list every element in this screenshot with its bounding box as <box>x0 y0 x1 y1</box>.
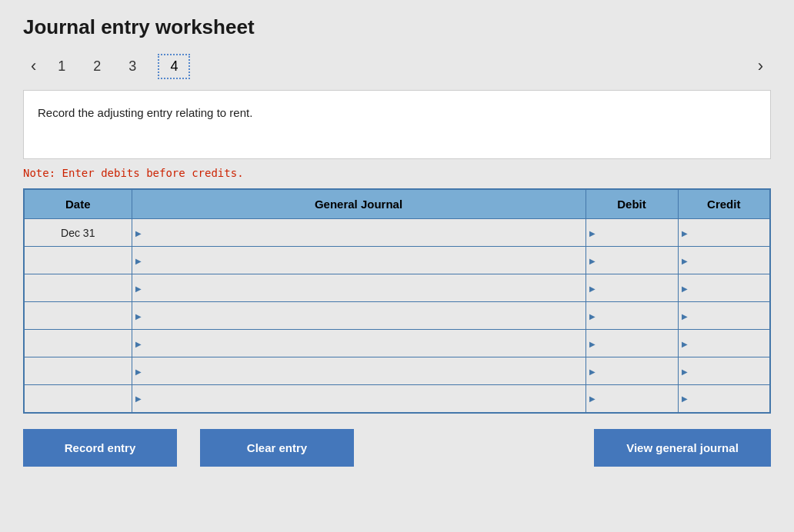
table-row <box>24 247 770 274</box>
tab-numbers: 1 2 3 4 <box>52 54 190 79</box>
tab-3[interactable]: 3 <box>122 55 142 78</box>
header-credit: Credit <box>678 189 770 219</box>
navigation-bar: ‹ 1 2 3 4 › <box>23 53 771 79</box>
clear-entry-button[interactable]: Clear entry <box>200 429 354 467</box>
journal-table: Date General Journal Debit Credit Dec 31 <box>23 188 771 414</box>
gj-cell-7[interactable] <box>132 385 585 413</box>
debit-cell-6[interactable] <box>585 357 678 385</box>
gj-cell-3[interactable] <box>132 274 585 302</box>
debit-cell-2[interactable] <box>585 247 678 274</box>
tab-4[interactable]: 4 <box>158 54 190 79</box>
date-cell-3 <box>24 274 132 302</box>
date-cell-5 <box>24 330 132 357</box>
credit-cell-1[interactable] <box>678 219 770 247</box>
page-title: Journal entry worksheet <box>23 15 771 39</box>
prev-arrow[interactable]: ‹ <box>23 53 44 79</box>
debit-cell-1[interactable] <box>585 219 678 247</box>
gj-cell-4[interactable] <box>132 302 585 330</box>
header-date: Date <box>24 189 132 219</box>
table-row: Dec 31 <box>24 219 770 247</box>
table-header-row: Date General Journal Debit Credit <box>24 189 770 219</box>
table-row <box>24 385 770 413</box>
debit-cell-7[interactable] <box>585 385 678 413</box>
gj-cell-6[interactable] <box>132 357 585 385</box>
instruction-box: Record the adjusting entry relating to r… <box>23 90 771 159</box>
note-text: Note: Enter debits before credits. <box>23 167 771 179</box>
view-general-journal-button[interactable]: View general journal <box>594 429 771 467</box>
table-row <box>24 330 770 357</box>
tab-1[interactable]: 1 <box>52 55 72 78</box>
date-cell-7 <box>24 385 132 413</box>
header-general-journal: General Journal <box>132 189 585 219</box>
table-row <box>24 302 770 330</box>
date-cell-2 <box>24 247 132 274</box>
debit-cell-3[interactable] <box>585 274 678 302</box>
gj-cell-1[interactable] <box>132 219 585 247</box>
debit-cell-5[interactable] <box>585 330 678 357</box>
table-row <box>24 357 770 385</box>
table-row <box>24 274 770 302</box>
instruction-text: Record the adjusting entry relating to r… <box>38 106 252 119</box>
button-row: Record entry Clear entry View general jo… <box>23 429 771 467</box>
debit-cell-4[interactable] <box>585 302 678 330</box>
credit-cell-7[interactable] <box>678 385 770 413</box>
date-cell-6 <box>24 357 132 385</box>
gj-cell-2[interactable] <box>132 247 585 274</box>
date-cell-4 <box>24 302 132 330</box>
header-debit: Debit <box>585 189 678 219</box>
record-entry-button[interactable]: Record entry <box>23 429 177 467</box>
credit-cell-2[interactable] <box>678 247 770 274</box>
gj-cell-5[interactable] <box>132 330 585 357</box>
credit-cell-6[interactable] <box>678 357 770 385</box>
credit-cell-3[interactable] <box>678 274 770 302</box>
date-cell-1: Dec 31 <box>24 219 132 247</box>
credit-cell-5[interactable] <box>678 330 770 357</box>
tab-2[interactable]: 2 <box>87 55 107 78</box>
credit-cell-4[interactable] <box>678 302 770 330</box>
next-arrow[interactable]: › <box>750 53 771 79</box>
